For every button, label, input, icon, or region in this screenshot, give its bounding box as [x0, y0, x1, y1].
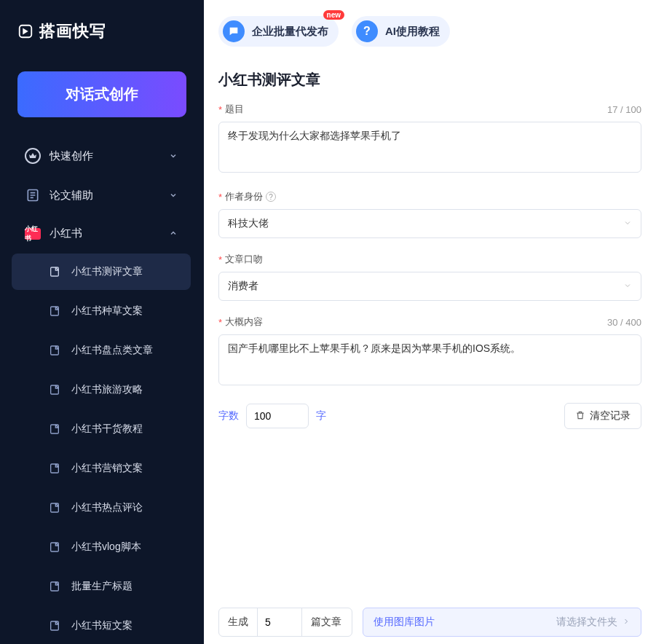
chevron-right-icon — [622, 616, 631, 628]
dialog-create-button[interactable]: 对话式创作 — [17, 71, 186, 117]
chevron-down-icon — [169, 150, 178, 162]
wordcount-input[interactable] — [246, 404, 309, 428]
sidebar-item-batch-title[interactable]: 批量生产标题 — [12, 568, 191, 605]
image-library-button[interactable]: 使用图库图片 请选择文件夹 — [363, 608, 641, 637]
wordcount-suffix: 字 — [316, 409, 326, 423]
sidebar-item-label: 小红书干货教程 — [71, 423, 143, 436]
note-icon — [47, 578, 63, 594]
svg-point-12 — [232, 30, 233, 31]
required-mark: * — [218, 104, 222, 115]
chevron-down-icon — [623, 218, 632, 229]
note-icon — [47, 460, 63, 476]
nav-label: 快速创作 — [50, 149, 93, 163]
bottom-bar: 生成 篇文章 使用图库图片 请选择文件夹 — [204, 599, 656, 644]
logo: 搭画快写 — [0, 0, 204, 57]
title-input[interactable]: 终于发现为什么大家都选择苹果手机了 — [218, 122, 641, 173]
page-title: 小红书测评文章 — [218, 70, 641, 90]
chip-label: AI使用教程 — [385, 25, 440, 39]
sidebar-item-label: 小红书种草文案 — [71, 305, 143, 318]
required-mark: * — [218, 254, 222, 265]
trash-icon — [575, 410, 585, 423]
main: 企业批量代发布 new ? AI使用教程 小红书测评文章 * 题目 17 / 1… — [204, 0, 656, 644]
chevron-down-icon — [623, 280, 632, 292]
generate-prefix: 生成 — [219, 616, 257, 629]
note-icon — [47, 382, 63, 398]
tone-value: 消费者 — [228, 280, 258, 293]
summary-counter: 30 / 400 — [607, 317, 641, 328]
clear-label: 清空记录 — [590, 409, 631, 423]
library-placeholder: 请选择文件夹 — [556, 616, 617, 629]
required-mark: * — [218, 317, 222, 328]
tone-label: 文章口吻 — [225, 253, 263, 266]
title-counter: 17 / 100 — [607, 104, 641, 115]
sidebar-item-seed[interactable]: 小红书种草文案 — [12, 293, 191, 329]
svg-point-14 — [234, 30, 236, 31]
help-icon[interactable]: ? — [266, 192, 276, 202]
document-icon — [25, 187, 41, 203]
nav-label: 小红书 — [50, 227, 82, 240]
author-select[interactable]: 科技大佬 — [218, 209, 641, 238]
nav-quick-create[interactable]: 快速创作 — [12, 138, 191, 174]
svg-point-13 — [233, 30, 234, 31]
sidebar: 搭画快写 对话式创作 快速创作 论文辅助 — [0, 0, 204, 644]
ai-tutorial-button[interactable]: ? AI使用教程 — [352, 16, 450, 47]
tone-select[interactable]: 消费者 — [218, 272, 641, 301]
xiaohongshu-icon: 小红书 — [25, 228, 41, 240]
topbar: 企业批量代发布 new ? AI使用教程 — [204, 0, 656, 55]
sidebar-item-label: 小红书旅游攻略 — [71, 383, 143, 396]
note-icon — [47, 500, 63, 516]
sidebar-item-vlog[interactable]: 小红书vlog脚本 — [12, 529, 191, 565]
chevron-up-icon — [169, 227, 178, 240]
title-label: 题目 — [225, 103, 244, 116]
generate-count-group: 生成 篇文章 — [218, 608, 352, 637]
summary-label: 大概内容 — [225, 315, 263, 329]
question-icon: ? — [356, 20, 378, 42]
generate-suffix: 篇文章 — [302, 616, 344, 629]
sidebar-item-label: 批量生产标题 — [71, 580, 133, 593]
note-icon — [47, 342, 63, 358]
crown-icon — [25, 148, 41, 164]
nav-thesis[interactable]: 论文辅助 — [12, 177, 191, 213]
chevron-down-icon — [169, 189, 178, 202]
sidebar-item-label: 小红书测评文章 — [71, 265, 143, 278]
sidebar-item-label: 小红书盘点类文章 — [71, 344, 153, 357]
nav-label: 论文辅助 — [50, 189, 93, 203]
library-label: 使用图库图片 — [374, 616, 435, 629]
note-icon — [47, 303, 63, 319]
author-label: 作者身份 — [225, 190, 263, 203]
new-badge: new — [323, 10, 344, 20]
sidebar-item-marketing[interactable]: 小红书营销文案 — [12, 450, 191, 487]
chat-bubble-icon — [223, 20, 245, 42]
summary-input[interactable]: 国产手机哪里比不上苹果手机？原来是因为苹果手机的IOS系统。 — [218, 334, 641, 385]
nav-xiaohongshu[interactable]: 小红书 小红书 — [12, 216, 191, 251]
clear-history-button[interactable]: 清空记录 — [564, 403, 641, 429]
sidebar-item-label: 小红书热点评论 — [71, 501, 143, 514]
sidebar-item-label: 小红书营销文案 — [71, 462, 143, 475]
chip-label: 企业批量代发布 — [252, 25, 328, 39]
wordcount-label: 字数 — [218, 409, 239, 423]
logo-icon — [17, 23, 33, 39]
required-mark: * — [218, 192, 222, 203]
bulk-publish-button[interactable]: 企业批量代发布 new — [218, 16, 339, 47]
author-value: 科技大佬 — [228, 217, 269, 230]
note-icon — [47, 618, 63, 634]
sidebar-item-review[interactable]: 小红书测评文章 — [12, 254, 191, 290]
generate-count-input[interactable] — [257, 608, 302, 636]
sidebar-item-short[interactable]: 小红书短文案 — [12, 608, 191, 644]
sidebar-item-tutorial[interactable]: 小红书干货教程 — [12, 411, 191, 447]
sidebar-item-label: 小红书短文案 — [71, 619, 133, 632]
note-icon — [47, 264, 63, 280]
sidebar-item-travel[interactable]: 小红书旅游攻略 — [12, 372, 191, 408]
note-icon — [47, 539, 63, 555]
sidebar-item-listicle[interactable]: 小红书盘点类文章 — [12, 332, 191, 369]
sidebar-item-label: 小红书vlog脚本 — [71, 541, 141, 554]
note-icon — [47, 421, 63, 437]
sidebar-item-comment[interactable]: 小红书热点评论 — [12, 490, 191, 526]
nav-group: 快速创作 论文辅助 小红书 小红书 小红书测评文 — [0, 138, 202, 644]
logo-text: 搭画快写 — [39, 20, 106, 42]
